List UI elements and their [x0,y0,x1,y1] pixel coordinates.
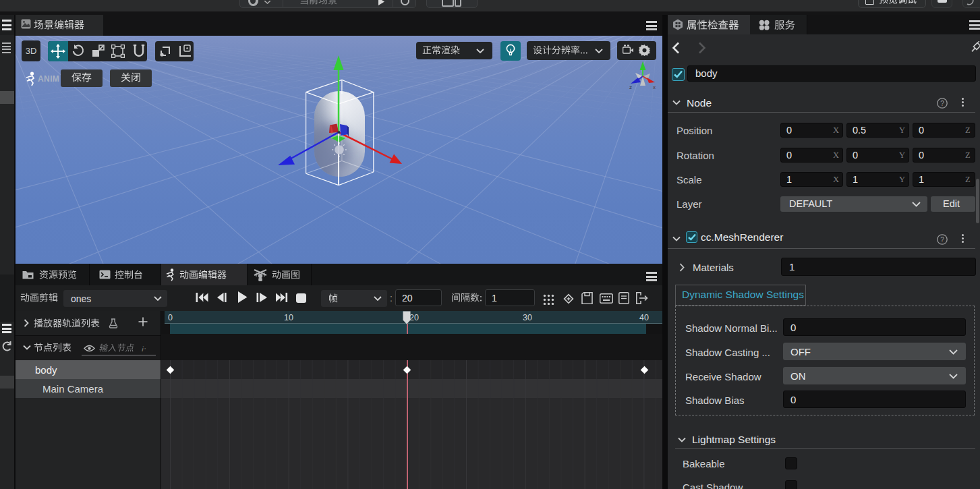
svg-text:x: x [653,84,656,90]
svg-text:?: ? [940,100,944,107]
svg-text:?: ? [940,236,944,243]
svg-text:z: z [629,84,632,90]
